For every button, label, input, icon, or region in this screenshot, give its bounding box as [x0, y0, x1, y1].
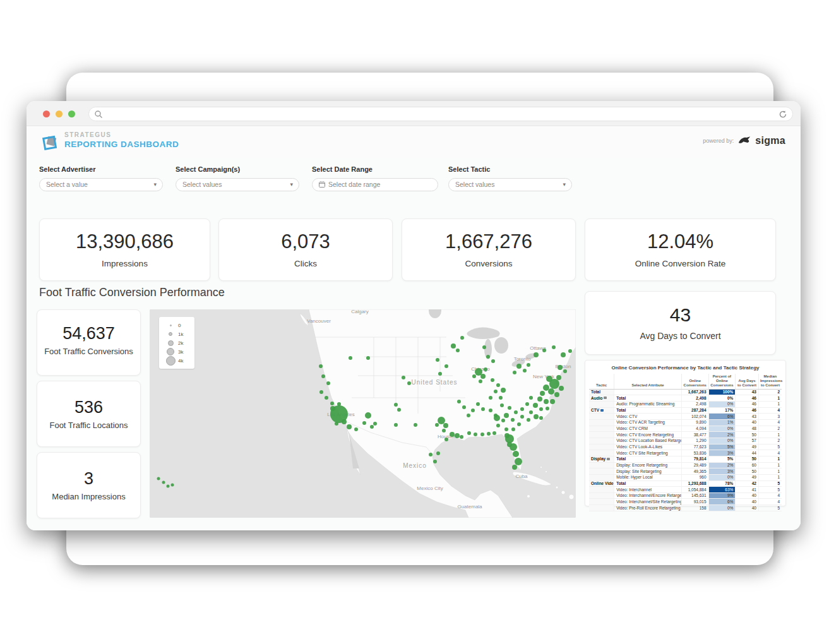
table-row: Mobile: Hyper Local9600%491: [589, 474, 782, 480]
filter-label: Select Campaign(s): [176, 165, 299, 173]
table-row: Video: Pre-Roll Encore Retargeting1580%4…: [589, 505, 782, 511]
minimize-button[interactable]: [56, 110, 63, 117]
foot-traffic-map[interactable]: CalgaryVancouverOttawaTorontoChicagoBost…: [150, 309, 576, 518]
table-title: Online Conversion Performance by Tactic …: [589, 365, 782, 371]
kpi-label: Foot Traffic Locations: [37, 420, 140, 431]
cell-median-impressions: 1: [758, 432, 782, 438]
cell-avg-days: 50: [736, 468, 759, 475]
cell-tactic: [589, 505, 614, 511]
select-placeholder: Select a value: [46, 181, 88, 188]
cell-online-conversions: 102,074: [681, 414, 708, 420]
kpi-label: Impressions: [40, 259, 210, 268]
cell-percent: 6%: [708, 499, 736, 505]
cell-median-impressions: 5: [758, 505, 782, 511]
dashboard-body: Select Advertiser Select a value ▾ Selec…: [27, 158, 801, 530]
advertiser-select[interactable]: Select a value ▾: [39, 178, 163, 191]
legend-item: 2k: [165, 338, 194, 347]
cell-percent: 5%: [708, 456, 736, 462]
table-row: AudioTotal2,4980%461: [589, 395, 782, 402]
cell-percent: 78%: [708, 480, 736, 487]
cell-median-impressions: 5: [758, 480, 782, 487]
cell-tactic: [589, 462, 614, 468]
cell-attribute: Video: CTV Site Retargeting: [614, 450, 682, 456]
cell-online-conversions: 287,284: [681, 407, 708, 414]
reload-icon[interactable]: [778, 110, 787, 119]
cell-percent: 9%: [708, 492, 736, 499]
filter-label: Select Date Range: [312, 165, 438, 173]
cell-tactic: Audio: [589, 395, 614, 402]
cell-attribute: Mobile: Hyper Local: [614, 474, 682, 480]
side-kpi-foot-traffic-conversions: 54,637 Foot Traffic Conversions: [37, 309, 141, 376]
search-icon: [94, 110, 103, 119]
cell-avg-days: 48: [736, 426, 759, 432]
svg-text:Vancouver: Vancouver: [307, 318, 331, 324]
cell-median-impressions: 5: [758, 444, 782, 450]
filter-label: Select Tactic: [448, 165, 572, 173]
cell-percent: 0%: [708, 438, 736, 444]
map-canvas: CalgaryVancouverOttawaTorontoChicagoBost…: [150, 309, 576, 518]
legend-item: 0: [165, 321, 194, 330]
table-row: Video: Interchannel/Encore Retargeting14…: [589, 492, 782, 499]
date-range-input[interactable]: Select date range: [312, 178, 438, 191]
cell-attribute: Display: Encore Retargeting: [614, 462, 682, 468]
campaigns-select[interactable]: Select values ▾: [176, 178, 299, 191]
cell-avg-days: 57: [736, 438, 759, 444]
cell-attribute: [614, 389, 682, 395]
powered-brand-name: sigma: [755, 135, 785, 146]
cell-tactic: [589, 492, 614, 499]
table-row: Video: CTV Look-A-Likes77,6235%495: [589, 444, 782, 450]
date-placeholder: Select date range: [328, 181, 380, 188]
cell-attribute: Video: Interchannel: [614, 487, 682, 493]
table-row: Video: CTV Site Retargeting53,8363%444: [589, 450, 782, 456]
url-bar[interactable]: [88, 107, 793, 121]
svg-text:Cuba: Cuba: [515, 474, 528, 479]
cell-median-impressions: 4: [758, 499, 782, 505]
cell-median-impressions: 5: [758, 487, 782, 493]
kpi-label: Foot Traffic Conversions: [37, 347, 140, 357]
side-kpi-foot-traffic-locations: 536 Foot Traffic Locations: [37, 381, 141, 447]
cell-attribute: Audio: Programmatic Streaming: [614, 401, 682, 407]
chevron-down-icon: ▾: [563, 179, 566, 191]
cell-online-conversions: 145,631: [681, 492, 708, 499]
chevron-down-icon: ▾: [153, 179, 157, 191]
table-row: Video: CTV Location Based Retargeting1,2…: [589, 438, 782, 444]
cell-median-impressions: 3: [758, 414, 782, 420]
cell-percent: 0%: [708, 426, 736, 432]
cell-tactic: [589, 450, 614, 456]
table-row: Online VideoTotal1,293,68878%425: [589, 480, 782, 487]
filter-label: Select Advertiser: [39, 165, 163, 173]
legend-item: 3k: [165, 347, 194, 356]
zoom-button[interactable]: [68, 110, 75, 117]
cell-attribute: Video: CTV Look-A-Likes: [614, 444, 682, 450]
column-header: Percent of Online Conversions: [708, 374, 736, 389]
close-button[interactable]: [43, 110, 50, 117]
cell-online-conversions: 49,365: [681, 468, 708, 475]
kpi-label: Conversions: [402, 259, 575, 268]
cell-attribute: Video: CTV CRM: [614, 426, 682, 432]
select-placeholder: Select values: [455, 181, 494, 188]
cell-avg-days: 43: [736, 414, 759, 420]
cell-avg-days: 46: [736, 407, 759, 414]
side-kpi-median-impressions: 3 Median Impressions: [37, 452, 141, 518]
tactic-select[interactable]: Select values ▾: [448, 178, 572, 191]
cell-attribute: Video: CTV ACR Targeting: [614, 419, 682, 426]
conversion-table: TacticSelected AttributeOnline Conversio…: [589, 374, 782, 511]
cell-online-conversions: 53,836: [681, 450, 708, 456]
cell-avg-days: 46: [736, 395, 759, 402]
cell-avg-days: 50: [736, 456, 759, 462]
cell-avg-days: 49: [736, 444, 759, 450]
cell-avg-days: 46: [736, 401, 759, 407]
chevron-down-icon: ▾: [290, 179, 293, 191]
brand-name: STRATEGUS: [64, 132, 179, 139]
kpi-value: 13,390,686: [40, 230, 210, 253]
powered-by-label: powered by:: [703, 138, 734, 144]
cell-tactic: [589, 444, 614, 450]
cell-online-conversions: 158: [681, 505, 708, 511]
cell-avg-days: 49: [736, 474, 759, 480]
kpi-card-avg-days-to-convert: 43 Avg Days to Convert: [585, 291, 776, 355]
table-row: DisplayTotal79,8145%501: [589, 456, 782, 462]
table-row: Display: Site Retargeting49,3653%501: [589, 468, 782, 475]
table-row: Video: Interchannel/Site Retargeting93,0…: [589, 499, 782, 505]
svg-text:Guatemala: Guatemala: [457, 504, 482, 510]
cell-tactic: CTV: [589, 407, 614, 414]
